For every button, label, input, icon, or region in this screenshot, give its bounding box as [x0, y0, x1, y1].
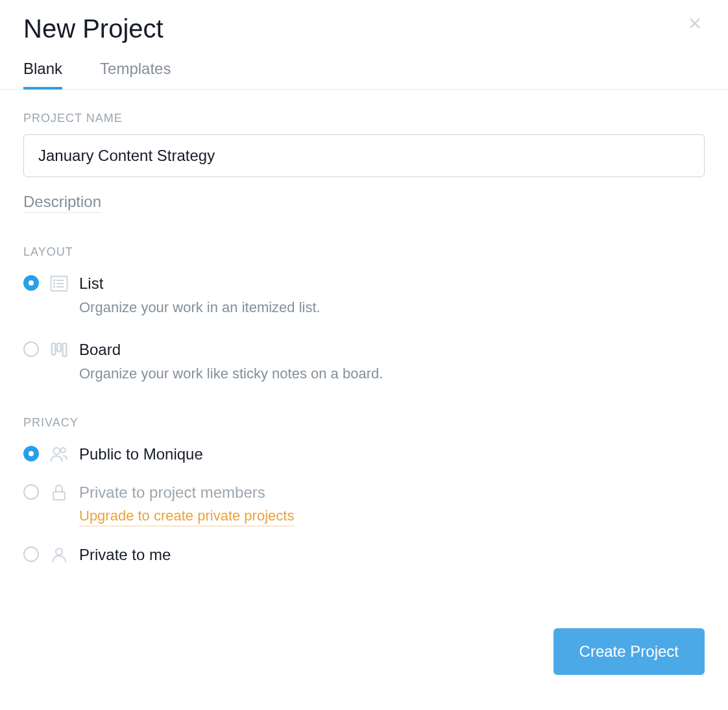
new-project-modal: New Project Blank Templates PROJECT NAME…: [0, 0, 728, 689]
tab-bar: Blank Templates: [0, 44, 728, 90]
privacy-private-me-title: Private to me: [79, 545, 705, 565]
layout-option-list: List Organize your work in an itemized l…: [23, 273, 705, 317]
privacy-option-private-me: Private to me: [23, 545, 705, 565]
privacy-section-label: PRIVACY: [23, 416, 705, 430]
tab-templates[interactable]: Templates: [100, 60, 171, 90]
lock-icon: [49, 483, 69, 502]
radio-public[interactable]: [23, 446, 39, 461]
upgrade-link[interactable]: Upgrade to create private projects: [79, 508, 294, 526]
privacy-private-members-title: Private to project members: [79, 482, 705, 502]
person-icon: [49, 545, 69, 565]
layout-board-title: Board: [79, 339, 705, 360]
privacy-option-private-members: Private to project members Upgrade to cr…: [23, 482, 705, 526]
layout-list-title: List: [79, 273, 705, 293]
layout-board-desc: Organize your work like sticky notes on …: [79, 365, 705, 384]
privacy-option-public: Public to Monique: [23, 444, 705, 464]
board-icon: [49, 340, 69, 360]
radio-private-me[interactable]: [23, 546, 39, 562]
list-icon: [49, 274, 69, 293]
close-button[interactable]: [685, 13, 705, 36]
layout-list-desc: Organize your work in an itemized list.: [79, 299, 705, 317]
svg-rect-11: [63, 343, 67, 356]
layout-option-board: Board Organize your work like sticky not…: [23, 339, 705, 384]
svg-point-5: [54, 283, 55, 284]
create-project-button[interactable]: Create Project: [553, 628, 705, 675]
svg-point-3: [54, 280, 55, 281]
svg-point-15: [56, 548, 62, 555]
close-icon: [688, 14, 702, 34]
radio-board[interactable]: [23, 341, 39, 357]
project-name-input[interactable]: [23, 134, 705, 177]
privacy-public-title: Public to Monique: [79, 444, 705, 464]
description-toggle[interactable]: Description: [23, 193, 101, 213]
svg-point-13: [61, 448, 66, 453]
svg-point-12: [53, 448, 60, 454]
layout-section-label: LAYOUT: [23, 245, 705, 259]
project-name-label: PROJECT NAME: [23, 112, 705, 125]
radio-private-members[interactable]: [23, 484, 39, 500]
svg-rect-14: [53, 492, 65, 500]
modal-title: New Project: [23, 13, 164, 44]
svg-rect-9: [52, 343, 56, 355]
radio-list[interactable]: [23, 275, 39, 291]
team-icon: [49, 445, 69, 464]
svg-rect-10: [57, 343, 61, 352]
svg-point-7: [54, 286, 55, 288]
tab-blank[interactable]: Blank: [23, 60, 62, 90]
